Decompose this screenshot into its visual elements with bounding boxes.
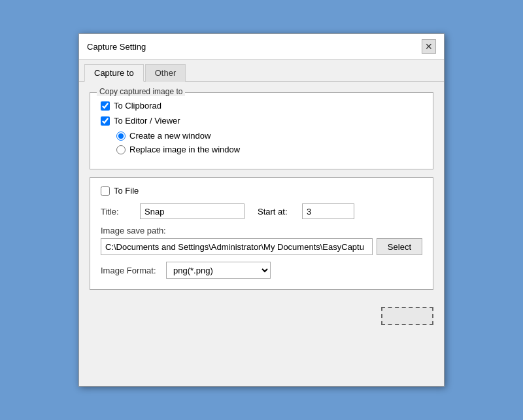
format-select[interactable]: png(*.png) jpg(*.jpg) bmp(*.bmp) gif(*.g…	[166, 262, 271, 279]
radio-replace[interactable]	[116, 145, 126, 154]
copy-group-title: Copy captured image to	[97, 87, 185, 96]
select-button[interactable]: Select	[377, 238, 422, 255]
title-row: Title: Start at:	[101, 203, 422, 219]
to-file-label: To File	[114, 186, 139, 196]
editor-row: To Editor / Viewer	[101, 116, 422, 126]
to-file-header: To File	[101, 186, 422, 196]
radio-replace-label: Replace image in the window	[129, 145, 240, 154]
tab-bar: Capture to Other	[79, 60, 444, 82]
dialog-window: Capture Setting ✕ Capture to Other Copy …	[78, 33, 445, 387]
radio-replace-row: Replace image in the window	[116, 145, 422, 154]
format-label: Image Format:	[101, 266, 166, 275]
tab-content: Copy captured image to To Clipborad To E…	[79, 82, 444, 300]
tab-other[interactable]: Other	[145, 64, 186, 82]
dialog-title: Capture Setting	[87, 42, 146, 52]
title-bar: Capture Setting ✕	[79, 34, 444, 60]
title-label: Title:	[101, 207, 140, 217]
editor-checkbox[interactable]	[101, 116, 110, 126]
start-at-input[interactable]	[302, 203, 354, 219]
editor-label: To Editor / Viewer	[114, 116, 180, 126]
ok-button[interactable]	[381, 307, 433, 325]
to-file-checkbox[interactable]	[101, 186, 110, 196]
path-label: Image save path:	[101, 226, 422, 236]
dialog-footer	[79, 300, 444, 334]
path-row: Image save path: Select	[101, 226, 422, 255]
start-at-label: Start at:	[258, 207, 297, 217]
radio-group: Create a new window Replace image in the…	[116, 131, 422, 154]
path-input[interactable]	[101, 238, 373, 255]
radio-new-window-row: Create a new window	[116, 131, 422, 141]
path-row-inner: Select	[101, 238, 422, 255]
copy-group: Copy captured image to To Clipborad To E…	[90, 92, 433, 169]
to-file-group: To File Title: Start at: Image save path…	[90, 177, 433, 290]
title-input[interactable]	[140, 203, 245, 219]
clipboard-label: To Clipborad	[114, 101, 161, 111]
clipboard-checkbox[interactable]	[101, 101, 110, 111]
format-row: Image Format: png(*.png) jpg(*.jpg) bmp(…	[101, 262, 422, 279]
clipboard-row: To Clipborad	[101, 101, 422, 111]
radio-new-window-label: Create a new window	[129, 131, 211, 141]
radio-new-window[interactable]	[116, 131, 126, 141]
tab-capture-to[interactable]: Capture to	[84, 64, 144, 82]
close-button[interactable]: ✕	[422, 39, 436, 54]
